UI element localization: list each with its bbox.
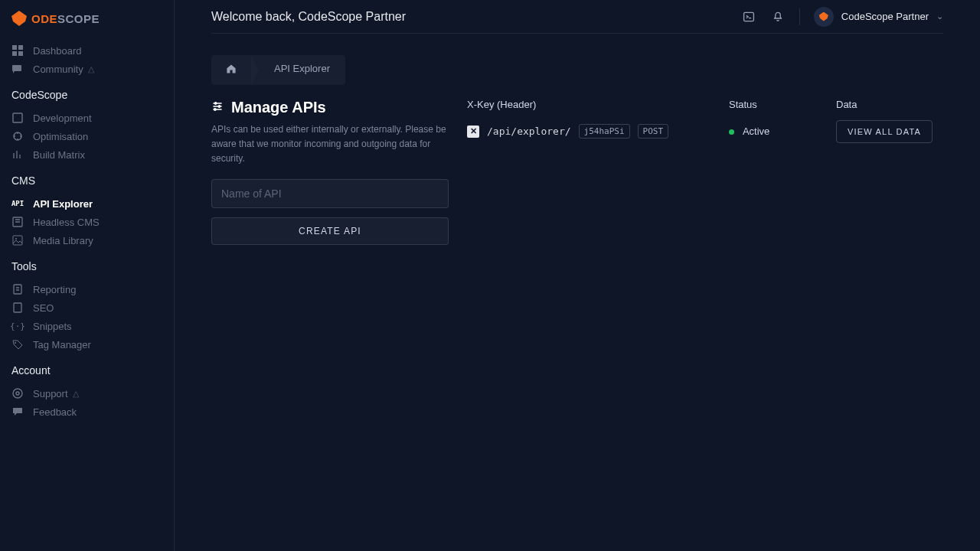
table-row: ✕ /api/explorer/ j54haPSi POST Active VI… [467, 124, 943, 139]
tag-manager-icon [11, 338, 24, 350]
divider [799, 8, 800, 25]
view-data-button[interactable]: VIEW ALL DATA [836, 120, 933, 143]
terminal-icon[interactable] [741, 9, 756, 24]
seo-icon [11, 302, 24, 314]
breadcrumb-home[interactable] [211, 55, 251, 85]
method-tag: POST [638, 124, 669, 139]
svg-point-16 [214, 103, 216, 104]
sidebar-item-label: Tag Manager [33, 339, 91, 350]
sidebar-item-optimisation[interactable]: Optimisation [0, 127, 174, 145]
welcome-text: Welcome back, CodeScope Partner [211, 10, 406, 24]
nav-section-title: CodeScope [0, 78, 174, 109]
chat-icon [11, 63, 24, 75]
nav-section-title: Tools [0, 249, 174, 280]
delete-icon[interactable]: ✕ [467, 126, 479, 138]
reporting-icon [11, 283, 24, 295]
page-heading: Manage APIs [211, 99, 449, 116]
feedback-icon [11, 406, 24, 418]
sidebar-item-community[interactable]: Community △ [0, 60, 174, 78]
sidebar-item-development[interactable]: Development [0, 109, 174, 127]
home-icon [225, 63, 237, 77]
col-status: Status [729, 99, 836, 110]
row-status: Active [729, 126, 836, 137]
nav-section-title: Account [0, 354, 174, 384]
row-data: VIEW ALL DATA [836, 126, 943, 137]
user-menu[interactable]: CodeScope Partner ⌄ [814, 7, 943, 27]
development-icon [11, 112, 24, 124]
svg-rect-4 [12, 65, 21, 71]
sidebar-item-label: SEO [33, 302, 54, 314]
page-title: Manage APIs [231, 99, 326, 116]
wait-icon: △ [88, 64, 94, 74]
chevron-down-icon: ⌄ [936, 11, 943, 21]
svg-point-12 [15, 342, 16, 344]
api-explorer-icon: API [11, 197, 24, 210]
svg-rect-8 [13, 236, 22, 245]
snippets-icon: {·} [11, 320, 24, 332]
endpoint: /api/explorer/ [487, 126, 571, 137]
svg-point-17 [218, 106, 220, 107]
svg-rect-11 [14, 303, 21, 312]
sidebar-item-label: Build Matrix [33, 149, 85, 161]
sidebar-item-headless-cms[interactable]: Headless CMS [0, 213, 174, 231]
sidebar-item-label: Feedback [33, 406, 77, 418]
support-icon [11, 387, 24, 399]
sidebar-item-build-matrix[interactable]: Build Matrix [0, 145, 174, 164]
col-key: X-Key (Header) [467, 99, 729, 110]
sidebar-item-label: Headless CMS [33, 217, 100, 228]
sidebar-item-api-explorer[interactable]: APIAPI Explorer [0, 194, 174, 213]
create-api-button[interactable]: CREATE API [211, 217, 449, 245]
sidebar-item-dashboard[interactable]: Dashboard [0, 41, 174, 60]
api-name-input[interactable] [211, 179, 449, 208]
svg-point-18 [214, 109, 216, 110]
bell-icon[interactable] [770, 9, 786, 24]
sidebar-item-label: Dashboard [33, 45, 82, 57]
row-key: ✕ /api/explorer/ j54haPSi POST [467, 124, 729, 139]
key-tag: j54haPSi [579, 124, 630, 139]
breadcrumb: API Explorer [211, 55, 943, 85]
sidebar-item-feedback[interactable]: Feedback [0, 403, 174, 421]
sidebar-item-label: Support [33, 388, 68, 399]
manage-panel: Manage APIs APIs can be used either inte… [211, 99, 449, 245]
breadcrumb-current[interactable]: API Explorer [251, 55, 345, 85]
nav-section-title: CMS [0, 164, 174, 194]
svg-point-14 [16, 392, 19, 395]
status-text: Active [743, 126, 769, 137]
api-table: X-Key (Header) Status Data ✕ /api/explor… [467, 99, 943, 245]
top-actions: CodeScope Partner ⌄ [741, 7, 943, 27]
logo-icon [11, 11, 27, 26]
sidebar-top: Dashboard Community △ [0, 41, 174, 78]
sidebar-item-media-library[interactable]: Media Library [0, 231, 174, 249]
sidebar-item-label: Community [33, 64, 83, 75]
media-library-icon [11, 234, 24, 246]
brand-second: SCOPE [57, 12, 100, 25]
svg-point-9 [15, 238, 17, 240]
headless-cms-icon [11, 216, 24, 228]
svg-rect-0 [12, 45, 17, 50]
sidebar-item-label: Optimisation [33, 131, 88, 142]
content: Manage APIs APIs can be used either inte… [211, 99, 943, 245]
svg-point-13 [13, 389, 22, 398]
status-dot-icon [729, 129, 734, 135]
svg-rect-10 [14, 285, 21, 294]
sidebar: ODESCOPE Dashboard Community △ CodeScope… [0, 0, 175, 551]
sidebar-item-label: Reporting [33, 284, 76, 295]
grid-icon [11, 44, 24, 57]
sidebar-item-snippets[interactable]: {·}Snippets [0, 317, 174, 335]
brand-first: ODE [31, 12, 57, 25]
sidebar-item-label: API Explorer [33, 198, 93, 210]
optimisation-icon [11, 130, 24, 142]
brand-logo[interactable]: ODESCOPE [0, 11, 174, 41]
sidebar-item-label: Development [33, 112, 92, 124]
sidebar-item-seo[interactable]: SEO [0, 298, 174, 317]
svg-rect-1 [18, 45, 23, 50]
page-description: APIs can be used either internally or ex… [211, 122, 449, 167]
col-data: Data [836, 99, 943, 110]
username: CodeScope Partner [841, 11, 929, 22]
sidebar-item-label: Media Library [33, 235, 93, 246]
svg-rect-2 [12, 51, 17, 56]
sidebar-item-support[interactable]: Support△ [0, 384, 174, 403]
sidebar-item-reporting[interactable]: Reporting [0, 280, 174, 298]
svg-rect-3 [18, 51, 23, 56]
sidebar-item-tag-manager[interactable]: Tag Manager [0, 335, 174, 354]
